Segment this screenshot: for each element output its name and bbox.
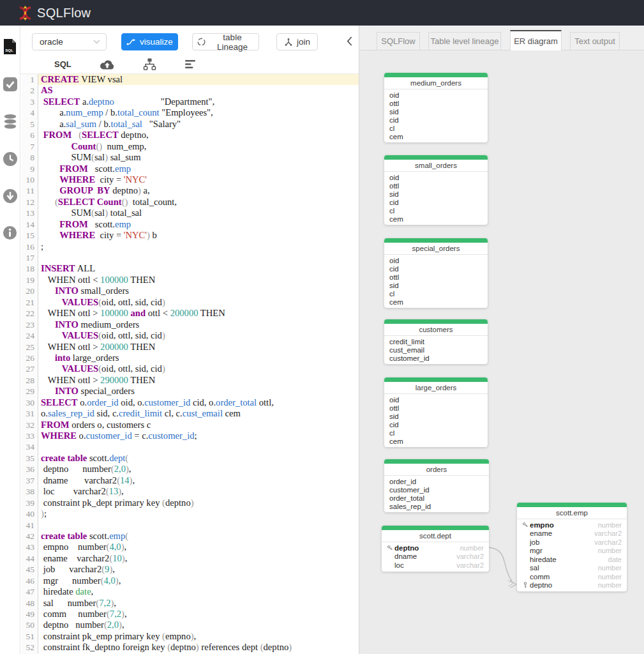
code-line[interactable]: 19 WHEN ottl < 100000 THEN bbox=[22, 275, 359, 285]
code-line[interactable]: 28 WHEN ottl > 290000 THEN bbox=[22, 375, 359, 386]
code-line[interactable]: 40); bbox=[22, 508, 359, 519]
code-line[interactable]: 2AS bbox=[22, 85, 359, 96]
code-line[interactable]: 41 bbox=[22, 520, 359, 531]
code-line[interactable]: 51 constraint pk_emp primary key (empno)… bbox=[22, 631, 359, 642]
code-line[interactable]: 16; bbox=[22, 241, 359, 252]
er-table-large-orders[interactable]: large_ordersoidottlsidcidclcem bbox=[384, 377, 488, 447]
code-line[interactable]: 45 job varchar2(9), bbox=[22, 564, 359, 575]
er-column-name: sal bbox=[530, 564, 594, 572]
info-icon[interactable] bbox=[3, 225, 17, 240]
code-line[interactable]: 10 WHERE city = 'NYC' bbox=[22, 174, 359, 185]
code-line[interactable]: 47 hiredate date, bbox=[22, 586, 359, 597]
er-table-medium-orders[interactable]: medium_ordersoidottlsidcidclcem bbox=[384, 73, 488, 142]
line-number: 42 bbox=[22, 531, 38, 542]
er-table-scott-emp[interactable]: scott.empempnonumberenamevarchar2jobvarc… bbox=[517, 503, 627, 591]
code-line[interactable]: 35create table scott.dept( bbox=[22, 453, 359, 464]
sql-script-icon[interactable]: SQL bbox=[3, 38, 17, 55]
download-icon[interactable] bbox=[3, 188, 18, 204]
code-line[interactable]: 5 a.sal_sum / b.total_sal "Salary" bbox=[22, 119, 359, 130]
line-number: 48 bbox=[22, 598, 38, 609]
er-table-customers[interactable]: customerscredit_limitcust_emailcustomer_… bbox=[384, 319, 488, 364]
app-title: SQLFlow bbox=[37, 6, 91, 20]
join-button[interactable]: join bbox=[276, 33, 318, 50]
code-line[interactable]: 48 sal number(7,2), bbox=[22, 598, 359, 609]
er-column-list: oidottlsidcidclcem bbox=[384, 394, 488, 447]
code-line[interactable]: 24 VALUES(oid, ottl, sid, cid) bbox=[22, 330, 359, 341]
er-table-title: scott.emp bbox=[517, 507, 627, 519]
schema-tree-icon[interactable] bbox=[143, 57, 156, 71]
line-number: 20 bbox=[22, 285, 38, 296]
code-line[interactable]: 39 constraint pk_dept primary key (deptn… bbox=[22, 498, 359, 508]
code-line[interactable]: 32FROM orders o, customers c bbox=[22, 420, 359, 430]
code-line[interactable]: 37 dname varchar2(14), bbox=[22, 475, 359, 486]
code-line[interactable]: 23 INTO medium_orders bbox=[22, 319, 359, 330]
tab-text-output[interactable]: Text output bbox=[570, 32, 620, 50]
code-line[interactable]: 31o.sales_rep_id sid, c.credit_limit cl,… bbox=[22, 408, 359, 419]
code-line[interactable]: 46 mgr number(4,0), bbox=[22, 575, 359, 586]
table-lineage-button[interactable]: table Lineage bbox=[192, 33, 259, 50]
er-column-row: commnumber bbox=[517, 572, 627, 581]
visualize-button[interactable]: visualize bbox=[121, 33, 178, 50]
code-line[interactable]: 25 WHEN ottl > 200000 THEN bbox=[22, 342, 359, 353]
tab-table-level-lineage[interactable]: Table level lineage bbox=[428, 32, 501, 50]
er-diagram-canvas[interactable]: medium_ordersoidottlsidcidclcemsmall_ord… bbox=[359, 50, 644, 654]
code-line[interactable]: 15 WHERE city = 'NYC') b bbox=[22, 230, 359, 241]
code-line[interactable]: 33WHERE o.customer_id = c.customer_id; bbox=[22, 430, 359, 441]
code-line[interactable]: 21 VALUES(oid, ottl, sid, cid) bbox=[22, 297, 359, 308]
line-number: 10 bbox=[22, 174, 38, 185]
code-line[interactable]: 26 into large_orders bbox=[22, 353, 359, 363]
db-type-select[interactable]: oracle bbox=[32, 33, 107, 50]
line-number: 15 bbox=[22, 230, 38, 241]
er-table-scott-dept[interactable]: scott.deptdeptnonumberdnamevarchar2locva… bbox=[382, 526, 489, 572]
history-clock-icon[interactable] bbox=[3, 151, 18, 167]
code-line[interactable]: 13 SUM(sal) total_sal bbox=[22, 208, 359, 218]
code-line[interactable]: 52 constraint fk_deptno foreign key (dep… bbox=[22, 642, 359, 653]
code-line[interactable]: 34 bbox=[22, 441, 359, 452]
code-line[interactable]: 14 FROM scott.emp bbox=[22, 219, 359, 230]
sql-mode-label[interactable]: SQL bbox=[54, 59, 71, 69]
code-line[interactable]: 29 INTO special_orders bbox=[22, 386, 359, 397]
code-line[interactable]: 20 INTO small_orders bbox=[22, 285, 359, 296]
er-table-special-orders[interactable]: special_ordersoidcidottlsidclcem bbox=[384, 238, 488, 308]
code-line[interactable]: 8 SUM(sal) sal_sum bbox=[22, 152, 359, 163]
er-table-title: orders bbox=[384, 464, 489, 476]
er-column-row: salnumber bbox=[517, 564, 627, 573]
code-line[interactable]: 49 comm number(7,2), bbox=[22, 609, 359, 620]
code-line[interactable]: 36 deptno number(2,0), bbox=[22, 464, 359, 475]
table-lineage-icon bbox=[197, 37, 206, 47]
code-line[interactable]: 4 a.num_emp / b.total_count "Employees", bbox=[22, 107, 359, 118]
code-line[interactable]: 17 bbox=[22, 252, 359, 263]
upload-cloud-icon[interactable] bbox=[100, 58, 115, 70]
format-list-icon[interactable] bbox=[184, 59, 197, 70]
tab-sqlflow[interactable]: SQLFlow bbox=[377, 32, 420, 50]
code-line[interactable]: 6 FROM (SELECT deptno, bbox=[22, 130, 359, 141]
join-label: join bbox=[297, 37, 310, 47]
tab-er-diagram[interactable]: ER diagram bbox=[510, 30, 562, 50]
code-line[interactable]: 1CREATE VIEW vsal bbox=[22, 74, 359, 85]
validate-check-icon[interactable] bbox=[3, 77, 18, 92]
code-line[interactable]: 11 GROUP BY deptno) a, bbox=[22, 185, 359, 196]
code-line[interactable]: 38 loc varchar2(13), bbox=[22, 486, 359, 497]
er-column-name: cl bbox=[389, 290, 483, 298]
database-icon[interactable] bbox=[3, 114, 18, 130]
code-line[interactable]: 3 SELECT a.deptno "Department", bbox=[22, 96, 359, 107]
code-line[interactable]: 50 deptno number(2,0), bbox=[22, 620, 359, 630]
er-column-row: sid bbox=[384, 107, 488, 116]
code-line[interactable]: 9 FROM scott.emp bbox=[22, 164, 359, 174]
sql-code-editor[interactable]: 1CREATE VIEW vsal2AS3 SELECT a.deptno "D… bbox=[20, 73, 359, 654]
code-line[interactable]: 7 Count() num_emp, bbox=[22, 141, 359, 152]
code-line[interactable]: 43 empno number(4,0), bbox=[22, 542, 359, 552]
code-line[interactable]: 27 VALUES(oid, ottl, sid, cid) bbox=[22, 363, 359, 374]
er-table-small-orders[interactable]: small_ordersoidottlsidcidclcem bbox=[384, 155, 488, 225]
line-number: 3 bbox=[22, 96, 38, 107]
er-table-accent-bar bbox=[384, 319, 488, 324]
code-text: CREATE VIEW vsal bbox=[38, 74, 359, 85]
code-line[interactable]: 30SELECT o.order_id oid, o.customer_id c… bbox=[22, 397, 359, 408]
er-table-orders[interactable]: ordersorder_idcustomer_idorder_totalsale… bbox=[384, 459, 489, 512]
code-line[interactable]: 22 WHEN ottl > 100000 and ottl < 200000 … bbox=[22, 308, 359, 319]
code-line[interactable]: 42create table scott.emp( bbox=[22, 531, 359, 542]
code-line[interactable]: 44 ename varchar2(10), bbox=[22, 553, 359, 564]
collapse-panel-icon[interactable] bbox=[347, 36, 352, 46]
code-line[interactable]: 12 (SELECT Count() total_count, bbox=[22, 197, 359, 208]
code-line[interactable]: 18INSERT ALL bbox=[22, 263, 359, 274]
